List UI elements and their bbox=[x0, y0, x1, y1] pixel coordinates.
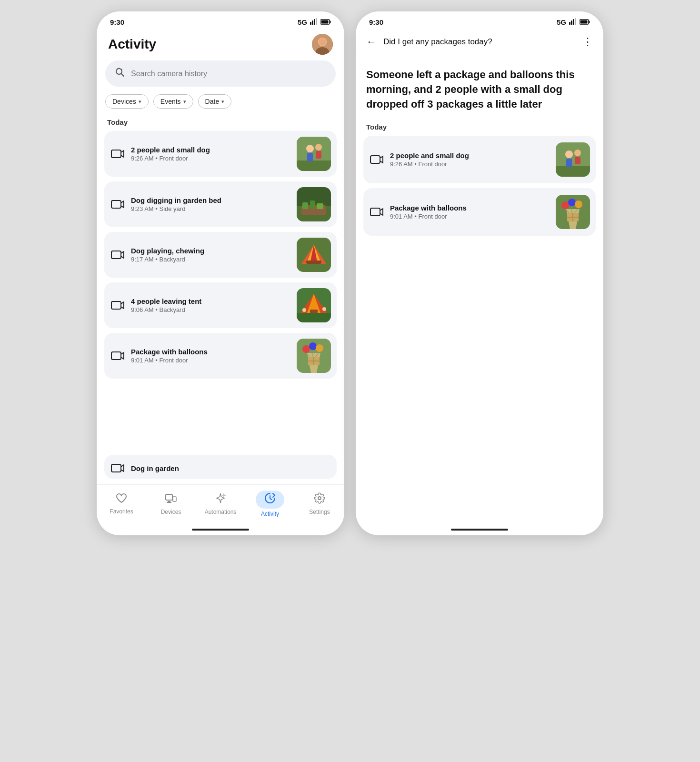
svg-point-67 bbox=[318, 497, 321, 500]
chat-activity-item-1[interactable]: 2 people and small dog 9:26 AM • Front d… bbox=[363, 136, 596, 183]
status-bar-right: 9:30 5G bbox=[356, 11, 603, 30]
devices-filter[interactable]: Devices ▾ bbox=[105, 94, 149, 109]
network-right: 5G bbox=[557, 18, 566, 26]
devices-filter-label: Devices bbox=[112, 98, 136, 105]
chat-activity-thumb-1 bbox=[556, 142, 590, 177]
activity-title-4: 4 people leaving tent bbox=[131, 297, 291, 305]
status-icons-right: 5G bbox=[557, 18, 590, 26]
svg-rect-83 bbox=[370, 208, 380, 216]
svg-rect-0 bbox=[310, 22, 311, 25]
activity-item-4[interactable]: 4 people leaving tent 9:06 AM • Backyard bbox=[104, 282, 337, 328]
chat-activity-title-2: Package with balloons bbox=[390, 204, 550, 212]
svg-rect-6 bbox=[321, 20, 329, 24]
svg-point-81 bbox=[574, 150, 581, 156]
status-icons-left: 5G bbox=[298, 18, 331, 26]
svg-point-22 bbox=[315, 144, 322, 150]
left-phone: 9:30 5G Activity bbox=[97, 11, 344, 535]
activity-item-1[interactable]: 2 people and small dog 9:26 AM • Front d… bbox=[104, 131, 337, 177]
svg-rect-3 bbox=[316, 18, 317, 25]
svg-rect-75 bbox=[370, 156, 380, 163]
signal-icon-left bbox=[310, 18, 318, 26]
camera-icon bbox=[110, 298, 125, 313]
events-filter[interactable]: Events ▾ bbox=[153, 94, 193, 109]
activity-meta-2: 9:23 AM • Side yard bbox=[131, 205, 291, 212]
svg-rect-2 bbox=[314, 19, 315, 25]
history-icon bbox=[264, 492, 276, 507]
network-left: 5G bbox=[298, 18, 307, 26]
svg-point-88 bbox=[568, 199, 576, 206]
chat-activity-info-1: 2 people and small dog 9:26 AM • Front d… bbox=[390, 151, 550, 168]
sparkle-icon bbox=[215, 492, 226, 507]
svg-rect-23 bbox=[316, 151, 321, 159]
signal-icon-right bbox=[569, 18, 577, 26]
svg-rect-16 bbox=[111, 150, 121, 158]
chevron-down-icon: ▾ bbox=[221, 99, 224, 105]
activity-item-partial[interactable]: Dog in garden bbox=[104, 455, 337, 479]
activity-item-5[interactable]: Package with balloons 9:01 AM • Front do… bbox=[104, 333, 337, 379]
chevron-down-icon: ▾ bbox=[183, 99, 186, 105]
heart-icon bbox=[116, 493, 127, 506]
svg-rect-5 bbox=[330, 21, 331, 23]
activity-thumb-1 bbox=[297, 137, 331, 171]
svg-line-14 bbox=[121, 69, 122, 70]
search-bar[interactable]: Search camera history bbox=[105, 60, 336, 87]
activity-meta-1: 9:26 AM • Front door bbox=[131, 155, 291, 162]
camera-icon bbox=[110, 461, 125, 476]
home-indicator-right bbox=[451, 529, 508, 531]
time-right: 9:30 bbox=[369, 18, 383, 26]
battery-icon-right bbox=[580, 18, 590, 26]
svg-rect-42 bbox=[297, 313, 331, 322]
svg-rect-29 bbox=[302, 202, 308, 209]
svg-rect-30 bbox=[310, 201, 315, 209]
nav-settings[interactable]: Settings bbox=[302, 492, 337, 515]
nav-settings-label: Settings bbox=[309, 509, 330, 515]
left-header: Activity bbox=[97, 30, 344, 60]
activity-title-3: Dog playing, chewing bbox=[131, 247, 291, 255]
svg-rect-78 bbox=[556, 166, 590, 177]
events-filter-label: Events bbox=[160, 98, 181, 105]
right-header: ← Did I get any packages today? ⋮ bbox=[356, 30, 603, 56]
nav-automations[interactable]: Automations bbox=[203, 492, 238, 515]
date-filter[interactable]: Date ▾ bbox=[198, 94, 232, 109]
battery-icon-left bbox=[320, 18, 331, 26]
camera-icon bbox=[369, 152, 384, 167]
time-left: 9:30 bbox=[110, 18, 124, 26]
chat-activity-title-1: 2 people and small dog bbox=[390, 151, 550, 160]
svg-rect-1 bbox=[312, 20, 313, 25]
svg-rect-71 bbox=[575, 18, 576, 25]
nav-devices[interactable]: Devices bbox=[154, 492, 188, 515]
chat-activity-meta-2: 9:01 AM • Front door bbox=[390, 213, 550, 220]
activity-meta-3: 9:17 AM • Backyard bbox=[131, 256, 291, 263]
svg-point-46 bbox=[302, 308, 306, 312]
chat-activity-item-2[interactable]: Package with balloons 9:01 AM • Front do… bbox=[363, 188, 596, 236]
avatar[interactable] bbox=[312, 34, 333, 55]
back-button[interactable]: ← bbox=[364, 34, 379, 50]
chat-activity-meta-1: 9:26 AM • Front door bbox=[390, 160, 550, 168]
camera-icon bbox=[110, 197, 125, 212]
activity-item-3[interactable]: Dog playing, chewing 9:17 AM • Backyard bbox=[104, 232, 337, 278]
activity-thumb-5 bbox=[297, 339, 331, 373]
activity-info-1: 2 people and small dog 9:26 AM • Front d… bbox=[131, 146, 291, 162]
svg-rect-73 bbox=[589, 21, 590, 23]
bottom-nav: Favorites Devices Automations bbox=[97, 484, 344, 527]
nav-activity-label: Activity bbox=[261, 511, 279, 517]
more-options-button[interactable]: ⋮ bbox=[580, 34, 595, 50]
activity-title-5: Package with balloons bbox=[131, 348, 291, 356]
chat-activity-info-2: Package with balloons 9:01 AM • Front do… bbox=[390, 204, 550, 220]
nav-favorites-label: Favorites bbox=[110, 508, 133, 515]
svg-rect-80 bbox=[566, 159, 572, 167]
svg-rect-19 bbox=[297, 160, 331, 171]
svg-line-12 bbox=[121, 74, 124, 77]
activity-item-2[interactable]: Dog digging in garden bed 9:23 AM • Side… bbox=[104, 181, 337, 227]
svg-rect-63 bbox=[166, 494, 172, 500]
nav-activity[interactable]: Activity bbox=[253, 491, 287, 517]
svg-point-20 bbox=[306, 145, 314, 152]
nav-favorites[interactable]: Favorites bbox=[104, 493, 139, 515]
status-bar-left: 9:30 5G bbox=[97, 11, 344, 30]
svg-rect-69 bbox=[571, 20, 572, 25]
svg-rect-70 bbox=[573, 19, 574, 25]
chevron-down-icon: ▾ bbox=[139, 99, 141, 105]
chat-activity-thumb-2 bbox=[556, 195, 590, 229]
activity-thumb-2 bbox=[297, 187, 331, 221]
svg-rect-39 bbox=[111, 301, 121, 309]
